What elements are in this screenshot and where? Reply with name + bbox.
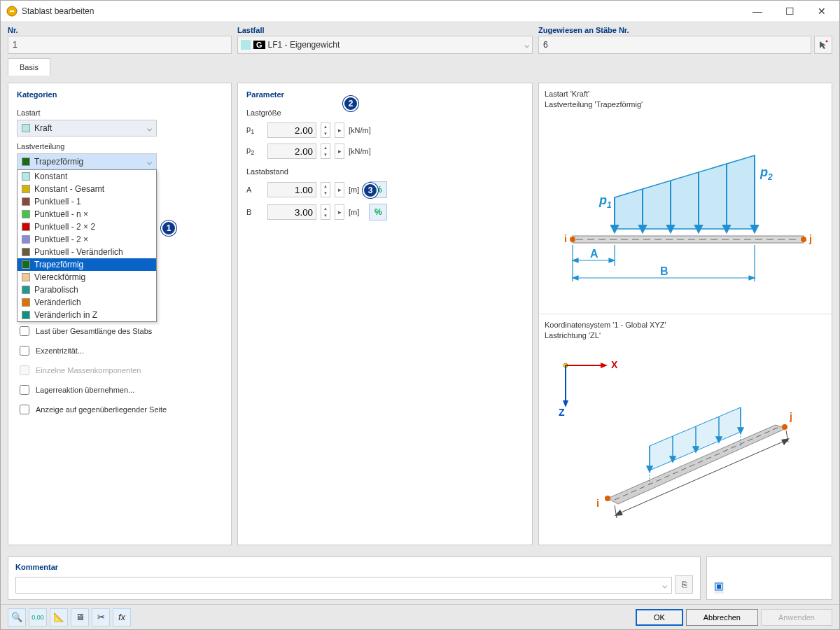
swatch-icon — [22, 124, 30, 132]
nr-input[interactable]: 1 — [8, 36, 232, 54]
dropdown-item[interactable]: Veränderlich in Z — [18, 309, 156, 321]
header-row: Nr. 1 Lastfall G LF1 - Eigengewicht ⌵ Zu… — [1, 22, 839, 58]
nr-label: Nr. — [8, 26, 232, 34]
load-diagram-top: p1 p2 i j — [545, 113, 825, 295]
chk-eccentricity[interactable]: Exzentrizität... — [17, 344, 223, 358]
categories-panel: Kategorien Lastart Kraft ⌵ Lastverteilun… — [8, 83, 232, 545]
select-members-button[interactable] — [814, 36, 832, 54]
chevron-down-icon: ⌵ — [147, 157, 152, 167]
cancel-button[interactable]: Abbrechen — [686, 609, 758, 626]
minimize-button[interactable]: — — [741, 1, 774, 22]
p1-unit: [kN/m] — [349, 126, 371, 134]
svg-point-44 — [605, 496, 610, 501]
p2-unit: [kN/m] — [349, 147, 371, 155]
p1-step-button[interactable]: ▸ — [335, 122, 344, 138]
svg-marker-5 — [611, 225, 618, 232]
footer: 🔍 0,00 📐 🖥 ✂ fx OK Abbrechen Anwenden — [1, 604, 839, 629]
lastart-value: Kraft — [34, 123, 52, 133]
view-settings-button[interactable] — [714, 582, 724, 594]
svg-rect-67 — [717, 584, 721, 589]
dropdown-item-label: Punktuell - 2 × — [34, 234, 88, 244]
ok-button[interactable]: OK — [636, 609, 683, 626]
svg-marker-7 — [639, 225, 646, 232]
kommentar-title: Kommentar — [15, 563, 693, 571]
svg-text:j: j — [789, 411, 792, 422]
dropdown-item[interactable]: Viereckförmig — [18, 271, 156, 284]
svg-marker-29 — [609, 258, 615, 262]
p1-row: p1 ▲▼ ▸ [kN/m] — [246, 122, 524, 138]
svg-text:p1: p1 — [598, 193, 612, 210]
footer-tool-4[interactable]: 🖥 — [71, 608, 89, 626]
dropdown-item-label: Konstant - Gesamt — [34, 184, 104, 194]
b-spinner[interactable]: ▲▼ — [321, 204, 330, 220]
dropdown-item[interactable]: Konstant — [18, 170, 156, 183]
tab-basis[interactable]: Basis — [8, 58, 50, 76]
close-button[interactable]: ✕ — [806, 1, 838, 22]
dropdown-item[interactable]: Parabolisch — [18, 284, 156, 296]
chk-mass-components: Einzelne Massenkomponenten — [17, 363, 223, 377]
svg-marker-3 — [615, 155, 755, 229]
dropdown-item[interactable]: Punktuell - Veränderlich — [18, 246, 156, 258]
zugewiesen-input[interactable]: 6 — [538, 36, 811, 54]
dropdown-item[interactable]: Veränderlich — [18, 296, 156, 309]
apply-button: Anwenden — [761, 609, 832, 626]
dropdown-item[interactable]: Trapezförmig — [18, 258, 156, 271]
svg-point-46 — [782, 424, 788, 430]
swatch-icon — [22, 248, 30, 256]
a-input[interactable] — [267, 182, 316, 197]
footer-tool-help[interactable]: 🔍 — [8, 608, 26, 626]
chk-support-reaction[interactable]: Lagerreaktion übernehmen... — [17, 383, 223, 397]
footer-tool-6[interactable]: fx — [113, 608, 131, 626]
a-spinner[interactable]: ▲▼ — [321, 182, 330, 197]
p2-row: p2 ▲▼ ▸ [kN/m] — [246, 144, 524, 159]
dropdown-item-label: Viereckförmig — [34, 272, 85, 282]
dropdown-item[interactable]: Punktuell - 2 × — [18, 233, 156, 246]
dropdown-item-label: Punktuell - 2 × 2 — [34, 222, 95, 232]
diagram-top-line2: Lastverteilung 'Trapezförmig' — [545, 99, 826, 110]
dropdown-item[interactable]: Konstant - Gesamt — [18, 183, 156, 195]
p1-input[interactable] — [267, 122, 316, 138]
dropdown-item[interactable]: Punktuell - 1 — [18, 195, 156, 208]
a-step-button[interactable]: ▸ — [335, 182, 344, 197]
p2-input[interactable] — [267, 144, 316, 159]
lastart-combo[interactable]: Kraft ⌵ — [17, 120, 157, 136]
swatch-icon — [22, 298, 30, 307]
swatch-icon — [22, 197, 30, 206]
b-step-button[interactable]: ▸ — [335, 204, 344, 220]
p2-step-button[interactable]: ▸ — [335, 144, 344, 159]
b-unit: [m] — [349, 208, 359, 216]
svg-text:i: i — [596, 498, 599, 509]
chk-opposite-side[interactable]: Anzeige auf gegenüberliegender Seite — [17, 402, 223, 416]
lastfall-value: LF1 - Eigengewicht — [268, 40, 340, 50]
dropdown-item[interactable]: Punktuell - n × — [18, 208, 156, 220]
p1-spinner[interactable]: ▲▼ — [321, 122, 330, 138]
load-diagram-bottom: X Z i j — [545, 344, 825, 533]
b-percent-button[interactable]: % — [369, 204, 387, 220]
p2-spinner[interactable]: ▲▼ — [321, 144, 330, 159]
lastfall-select[interactable]: G LF1 - Eigengewicht ⌵ — [237, 36, 533, 54]
footer-tool-units[interactable]: 0,00 — [29, 608, 47, 626]
settings-icon — [714, 582, 724, 592]
loadcase-type-badge: G — [253, 41, 265, 49]
footer-tool-3[interactable]: 📐 — [50, 608, 68, 626]
diagram-bot-line2: Lastrichtung 'ZL' — [545, 330, 826, 341]
chk-over-length[interactable]: Last über Gesamtlänge des Stabs — [17, 324, 223, 338]
svg-marker-32 — [749, 276, 755, 280]
kommentar-combo[interactable]: ⌵ — [15, 577, 672, 594]
lastverteilung-combo[interactable]: Trapezförmig ⌵ KonstantKonstant - Gesamt… — [17, 153, 157, 170]
dropdown-item-label: Trapezförmig — [34, 260, 83, 270]
footer-tool-5[interactable]: ✂ — [92, 608, 110, 626]
dropdown-item-label: Punktuell - 1 — [34, 197, 81, 206]
kommentar-edit-button[interactable]: ⎘ — [675, 575, 693, 594]
lastabstand-label: Lastabstand — [246, 167, 524, 176]
svg-text:Z: Z — [559, 407, 565, 418]
categories-title: Kategorien — [17, 90, 223, 99]
lastverteilung-dropdown: KonstantKonstant - GesamtPunktuell - 1Pu… — [17, 169, 157, 322]
svg-text:p2: p2 — [760, 165, 773, 182]
svg-text:i: i — [564, 233, 567, 244]
b-input[interactable] — [267, 204, 316, 220]
dropdown-item[interactable]: Punktuell - 2 × 2 — [18, 220, 156, 233]
tab-row: Basis — [1, 58, 839, 76]
maximize-button[interactable]: ☐ — [774, 1, 806, 22]
diagram-panel: Lastart 'Kraft' Lastverteilung 'Trapezfö… — [538, 83, 832, 545]
